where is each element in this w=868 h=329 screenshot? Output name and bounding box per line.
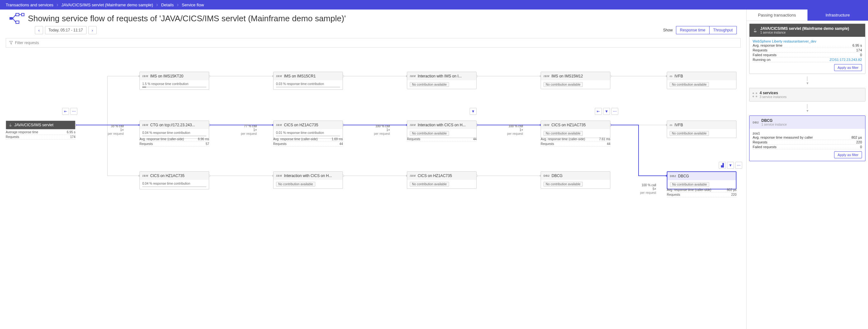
ibm-icon: IBM — [544, 124, 550, 127]
side-db-block: DB2 DBCG 1 service instance zos1 Avg. re… — [749, 115, 865, 161]
node-title: CICS on HZ1AC735 — [551, 123, 586, 127]
node-filter-toolbar: ▼ — [470, 108, 476, 115]
services-group-icon — [753, 93, 757, 97]
ibm-icon: IBM — [410, 124, 416, 127]
java-icon — [8, 123, 12, 127]
root-node-toolbar: ⇤⋯ — [62, 108, 77, 115]
tab-infrastructure[interactable]: Infrastructure — [807, 9, 868, 21]
node-title: Interaction with IMS on I... — [418, 74, 462, 78]
kv-label: Requests — [753, 140, 767, 144]
kv-label: Failed requests — [753, 145, 776, 149]
service-node-c3[interactable]: IBMCICS on HZ1AC735 No contribution avai… — [407, 171, 476, 189]
node-title: Interaction with CICS on H... — [418, 123, 466, 127]
contribution-text: 0.04 % response time contribution — [142, 182, 206, 185]
connector-icon: │▾ — [747, 77, 868, 85]
side-services-group[interactable]: 4 services 3 service instances — [749, 88, 865, 102]
edge-label: 100 % call5×per request — [640, 183, 656, 195]
service-node-b3[interactable]: IBMInteraction with CICS on H... No cont… — [407, 120, 476, 138]
queue-icon: ▭ — [670, 124, 673, 127]
node-toolbar: ⇤▼⋯ — [595, 108, 618, 115]
breadcrumb-item[interactable]: Transactions and services — [6, 3, 54, 7]
more-icon[interactable]: ⋯ — [611, 108, 618, 115]
node-title: CICS on HZ1AC735 — [284, 123, 318, 127]
breadcrumb-item[interactable]: Details — [161, 3, 174, 7]
service-node-b4[interactable]: IBMCICS on HZ1AC735 No contribution avai… — [540, 120, 610, 138]
node-stats-b2: Avg. response time (caller-side)1.69 msR… — [273, 137, 343, 146]
edge-label: 100 % call1×per request — [374, 125, 390, 136]
filter-icon[interactable]: ▼ — [727, 162, 734, 169]
service-node-a1[interactable]: IBMIMS on IMS15KT20 1.5 % response time … — [140, 72, 209, 90]
no-contribution-pill: No contribution available — [544, 82, 583, 87]
show-throughput-button[interactable]: Throughput — [709, 26, 737, 34]
no-contribution-pill: No contribution available — [670, 182, 709, 187]
running-on-link[interactable]: ZOS1:172.23.243.82 — [830, 58, 862, 61]
filter-icon[interactable]: ▼ — [470, 108, 476, 115]
chart-icon[interactable]: ▟ — [719, 162, 726, 169]
group-sub: 3 service instances — [760, 95, 786, 99]
node-stats-b3: Requests44 — [407, 137, 476, 142]
service-node-a5[interactable]: ▭IVFB No contribution available — [667, 72, 737, 89]
filter-input[interactable]: Filter requests — [6, 38, 741, 48]
edge-label: 77 % call1×per request — [241, 125, 257, 136]
apply-as-filter-button[interactable]: Apply as filter — [834, 151, 862, 158]
svg-rect-3 — [22, 13, 24, 16]
node-stats-b4: Avg. response time (caller-side)7.61 msR… — [540, 137, 610, 146]
service-node-b1[interactable]: IBMCTG on tcp://172.23.243... 0.04 % res… — [140, 120, 209, 139]
apply-as-filter-button[interactable]: Apply as filter — [834, 64, 862, 71]
ibm-icon: IBM — [142, 75, 148, 78]
chevron-right-icon: › — [156, 2, 158, 8]
kv-label: Avg. response time — [753, 44, 782, 47]
service-node-c2[interactable]: IBMInteraction with CICS on H... No cont… — [273, 171, 343, 189]
flow-edges — [0, 51, 742, 329]
service-flow-canvas[interactable]: JAVA/CICS/IMS servlet Average response t… — [0, 51, 742, 329]
service-node-c1[interactable]: IBMCICS on HZ1AC735 0.04 % response time… — [140, 171, 209, 189]
service-flow-icon — [9, 13, 25, 24]
more-icon[interactable]: ⋯ — [70, 108, 77, 115]
time-range-picker[interactable]: Today, 05:17 - 11:17 — [45, 26, 87, 34]
websphere-link[interactable]: WebSphere Liberty restaurantserver_dev — [753, 39, 862, 43]
service-node-a2[interactable]: IBMIMS on IMS15CR1 0.03 % response time … — [273, 72, 343, 90]
show-response-time-button[interactable]: Response time — [676, 26, 709, 34]
service-node-a4[interactable]: IBMIMS on IMS15M12 No contribution avail… — [540, 72, 610, 89]
svg-rect-2 — [16, 21, 19, 24]
collapse-icon[interactable]: ⇤ — [595, 108, 602, 115]
ibm-icon: IBM — [142, 124, 148, 127]
kv-value: 0 — [860, 145, 862, 149]
ibm-icon: IBM — [544, 75, 550, 78]
ibm-icon: IBM — [410, 174, 416, 177]
page-title: Showing service flow of requests of 'JAV… — [28, 13, 346, 24]
service-node-b2[interactable]: IBMCICS on HZ1AC735 0.01 % response time… — [273, 120, 343, 139]
tab-passing-transactions[interactable]: Passing transactions — [747, 9, 807, 21]
filter-icon[interactable]: ▼ — [603, 108, 610, 115]
db-title: DBCG — [762, 118, 787, 123]
filter-placeholder: Filter requests — [15, 40, 39, 45]
service-node-a3[interactable]: IBMInteraction with IMS on I... No contr… — [407, 72, 476, 89]
more-icon[interactable]: ⋯ — [735, 162, 742, 169]
root-service-node[interactable]: JAVA/CICS/IMS servlet — [6, 120, 75, 130]
svg-rect-0 — [9, 17, 13, 20]
no-contribution-pill: No contribution available — [544, 182, 583, 187]
chevron-right-icon: › — [177, 2, 178, 8]
contribution-text: 0.03 % response time contribution — [276, 82, 340, 86]
collapse-icon[interactable]: ⇤ — [62, 108, 69, 115]
node-title: DBCG — [678, 174, 689, 178]
service-node-c5[interactable]: DB2DBCG No contribution available — [667, 171, 737, 189]
breadcrumb-item[interactable]: JAVA/CICS/IMS servlet (Mainframe demo sa… — [61, 3, 153, 7]
service-node-b5[interactable]: ▭IVFB No contribution available — [667, 120, 737, 138]
time-prev-button[interactable]: ‹ — [35, 26, 43, 34]
page-header: Showing service flow of requests of 'JAV… — [0, 9, 746, 26]
kv-label: Avg. response time measured by caller — [753, 135, 813, 139]
no-contribution-pill: No contribution available — [544, 131, 583, 136]
node-stats-c5: Avg. response time (caller-side)802 µsRe… — [667, 188, 737, 197]
no-contribution-pill: No contribution available — [670, 131, 709, 136]
side-panel: Passing transactions Infrastructure JAVA… — [746, 9, 868, 329]
contribution-text: 0.01 % response time contribution — [276, 131, 340, 135]
kv-value: 174 — [856, 48, 862, 52]
svg-rect-1 — [16, 13, 19, 16]
kv-value: 6.95 s — [852, 44, 862, 47]
node-title: CICS on HZ1AC735 — [418, 173, 452, 178]
service-node-c4[interactable]: DB2DBCG No contribution available — [540, 171, 610, 189]
no-contribution-pill: No contribution available — [410, 131, 449, 136]
breadcrumb-item[interactable]: Service flow — [182, 3, 204, 7]
time-next-button[interactable]: › — [88, 26, 97, 34]
